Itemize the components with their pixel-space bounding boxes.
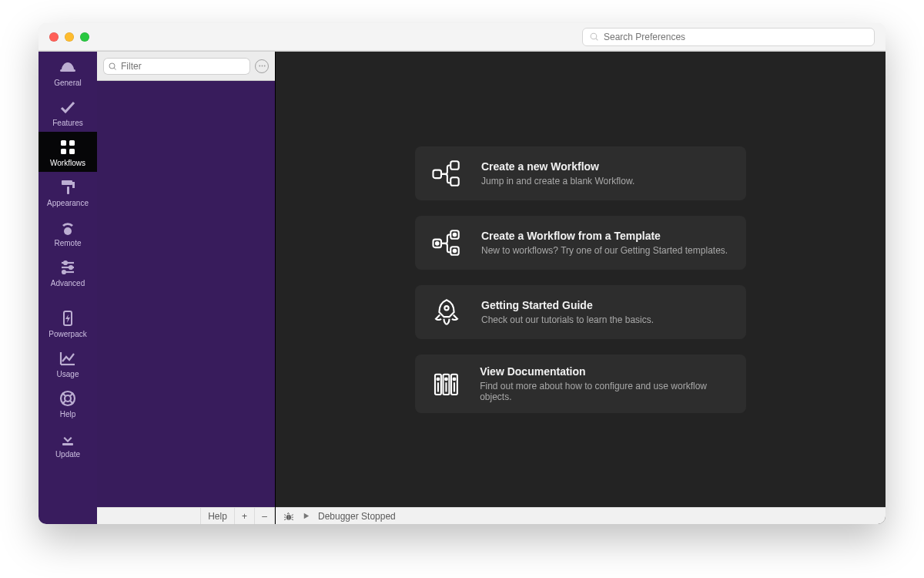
svg-point-40 xyxy=(444,306,448,310)
card-getting-started-guide[interactable]: Getting Started Guide Check out our tuto… xyxy=(415,285,746,339)
window-traffic-lights xyxy=(49,32,89,42)
paint-roller-icon xyxy=(58,178,78,197)
sidebar-item-label: Remote xyxy=(54,239,81,247)
checkmark-icon xyxy=(58,98,78,116)
sidebar-item-update[interactable]: Update xyxy=(38,423,97,463)
sidebar-item-appearance[interactable]: Appearance xyxy=(38,172,97,212)
svg-line-1 xyxy=(596,39,598,40)
card-subtitle: Jump in and create a blank Workflow. xyxy=(481,176,634,187)
sidebar-item-usage[interactable]: Usage xyxy=(38,343,97,383)
svg-rect-5 xyxy=(61,149,66,154)
svg-point-26 xyxy=(109,63,115,69)
sidebar-item-general[interactable]: General xyxy=(38,52,97,92)
card-view-documentation[interactable]: View Documentation Find out more about h… xyxy=(415,355,746,413)
workflow-filter-field[interactable] xyxy=(103,58,250,75)
workflow-list-footer: Help + – xyxy=(97,507,275,524)
lifebuoy-icon xyxy=(58,389,78,408)
search-icon xyxy=(589,32,599,42)
svg-point-46 xyxy=(454,378,456,380)
sidebar-item-label: General xyxy=(54,79,82,87)
svg-rect-31 xyxy=(434,170,442,178)
card-title: Create a new Workflow xyxy=(481,160,634,173)
svg-line-21 xyxy=(62,393,65,396)
card-title: Create a Workflow from a Template xyxy=(481,230,728,242)
svg-rect-9 xyxy=(67,187,69,194)
debugger-bug-button[interactable] xyxy=(283,511,294,522)
search-preferences-input[interactable] xyxy=(604,32,868,42)
card-workflow-template[interactable]: Create a Workflow from a Template New to… xyxy=(415,216,746,270)
filter-options-button[interactable] xyxy=(255,59,269,73)
hat-icon xyxy=(58,58,78,76)
card-title: View Documentation xyxy=(480,365,731,378)
download-icon xyxy=(58,429,78,448)
bug-icon xyxy=(283,511,294,522)
workflow-empty-state: Create a new Workflow Jump in and create… xyxy=(276,52,886,507)
remote-icon xyxy=(58,218,78,237)
svg-marker-58 xyxy=(304,513,309,519)
svg-rect-33 xyxy=(450,177,459,186)
svg-point-37 xyxy=(454,233,457,236)
svg-rect-32 xyxy=(450,161,459,170)
svg-line-57 xyxy=(292,519,293,519)
svg-line-24 xyxy=(70,401,73,404)
remove-workflow-button[interactable]: – xyxy=(255,508,275,524)
search-icon xyxy=(108,62,117,71)
sidebar-item-label: Advanced xyxy=(51,279,85,287)
sidebar-item-label: Appearance xyxy=(47,199,89,207)
rocket-icon xyxy=(430,296,463,328)
workflow-list xyxy=(97,81,275,507)
add-workflow-button[interactable]: + xyxy=(235,508,255,524)
debugger-run-button[interactable] xyxy=(302,512,310,520)
svg-line-56 xyxy=(284,519,286,519)
help-button[interactable]: Help xyxy=(201,508,235,524)
svg-point-38 xyxy=(454,249,457,252)
sidebar-item-advanced[interactable]: Advanced xyxy=(38,252,97,292)
svg-point-16 xyxy=(62,271,65,274)
card-subtitle: Check out our tutorials to learn the bas… xyxy=(481,314,654,325)
minimize-window-button[interactable] xyxy=(65,32,74,42)
sidebar-item-label: Update xyxy=(55,450,80,459)
zoom-window-button[interactable] xyxy=(80,32,89,42)
sliders-icon xyxy=(58,258,78,277)
svg-rect-8 xyxy=(72,182,75,188)
svg-rect-3 xyxy=(61,140,66,146)
svg-rect-4 xyxy=(69,140,75,146)
sidebar-item-label: Workflows xyxy=(50,159,85,167)
svg-line-23 xyxy=(62,401,65,404)
play-icon xyxy=(302,512,310,520)
debugger-bar: Debugger Stopped xyxy=(276,507,886,524)
battery-bolt-icon xyxy=(58,309,78,328)
svg-point-14 xyxy=(69,266,72,269)
svg-rect-2 xyxy=(60,69,75,72)
svg-line-27 xyxy=(114,68,116,69)
svg-marker-18 xyxy=(65,314,70,323)
card-create-workflow[interactable]: Create a new Workflow Jump in and create… xyxy=(415,146,746,200)
sidebar-item-remote[interactable]: Remote xyxy=(38,212,97,252)
svg-line-22 xyxy=(70,393,73,396)
close-window-button[interactable] xyxy=(49,32,59,42)
chart-line-icon xyxy=(58,349,78,368)
titlebar xyxy=(38,23,886,51)
svg-point-44 xyxy=(437,378,440,380)
svg-line-53 xyxy=(292,514,293,515)
card-subtitle: New to workflows? Try one of our Getting… xyxy=(481,245,728,256)
card-title: Getting Started Guide xyxy=(481,299,654,311)
svg-point-45 xyxy=(445,378,447,380)
sidebar-item-features[interactable]: Features xyxy=(38,92,97,132)
workflow-list-panel: Help + – xyxy=(97,52,276,524)
debugger-status-text: Debugger Stopped xyxy=(318,511,396,522)
search-preferences-field[interactable] xyxy=(582,28,875,46)
svg-point-28 xyxy=(259,66,260,67)
svg-point-0 xyxy=(591,33,597,39)
sidebar-item-powerpack[interactable]: Powerpack xyxy=(38,303,97,343)
workflow-filter-input[interactable] xyxy=(121,61,246,72)
svg-point-10 xyxy=(64,227,72,235)
sidebar-item-help[interactable]: Help xyxy=(38,383,97,423)
sidebar-item-label: Powerpack xyxy=(49,330,86,338)
svg-rect-25 xyxy=(62,443,73,445)
workflow-template-icon xyxy=(430,227,463,259)
svg-point-12 xyxy=(64,261,67,264)
workflow-nodes-icon xyxy=(430,157,463,190)
card-subtitle: Find out more about how to configure and… xyxy=(480,381,731,402)
sidebar-item-workflows[interactable]: Workflows xyxy=(38,132,97,172)
